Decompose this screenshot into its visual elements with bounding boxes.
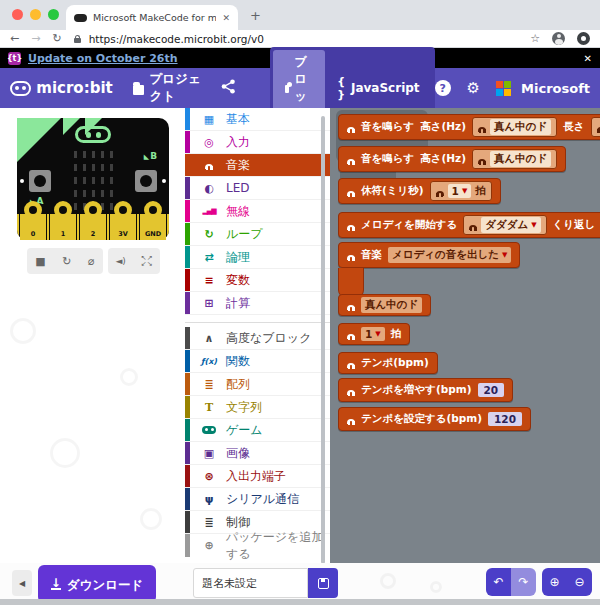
pin-2[interactable]: 2 <box>80 214 106 240</box>
stop-icon[interactable]: ■ <box>35 255 45 268</box>
block-tempo[interactable]: テンポ(bpm) <box>338 352 438 374</box>
toolbox-category-loops[interactable]: ↻ ループ <box>185 223 330 246</box>
block-rest[interactable]: 休符(ミリ秒) 1▼ 拍 <box>338 178 501 204</box>
toolbox-category-text[interactable]: T 文字列 <box>185 396 330 419</box>
new-tab-button[interactable]: + <box>250 8 261 23</box>
background-doodle <box>10 318 36 344</box>
block-note-shadow[interactable]: 真ん中のド <box>472 149 557 169</box>
block-change-tempo[interactable]: テンポを増やす(bpm) 20 <box>338 378 513 402</box>
projects-button[interactable]: プロジェクト <box>150 71 205 105</box>
toolbox-category-images[interactable]: ▣ 画像 <box>185 442 330 465</box>
zoom-in-button[interactable]: ⊕ <box>542 568 567 596</box>
microbit-logo-icon[interactable] <box>10 81 31 96</box>
browser-tab[interactable]: Microsoft MakeCode for micro ✕ <box>66 5 238 30</box>
toolbox-category-functions[interactable]: ƒ(x) 関数 <box>185 350 330 373</box>
editor-main: A B 0 1 2 3V GND ■ ↻ ⌀ ◄) ↖↗↙↘ ▦ <box>0 108 600 563</box>
notification-close-icon[interactable]: ✕ <box>584 53 592 64</box>
tempo-number-input[interactable]: 120 <box>488 412 522 426</box>
project-name-input[interactable] <box>193 568 308 598</box>
button-a[interactable] <box>29 170 51 192</box>
beat-dropdown[interactable]: 1▼ <box>361 327 385 341</box>
collapse-simulator-button[interactable]: ◀ <box>12 570 32 596</box>
slow-motion-icon[interactable]: ⌀ <box>88 255 95 268</box>
toolbox-category-advanced[interactable]: ∧ 高度なブロック <box>185 327 330 350</box>
melody-dropdown[interactable]: ダダダム▼ <box>481 217 540 233</box>
block-start-melody[interactable]: メロディを開始する ダダダム▼ くり返し 一度だけ▼ <box>338 212 600 238</box>
toolbox-scrollbar[interactable] <box>321 116 325 564</box>
toolbox-category-logic[interactable]: ⇄ 論理 <box>185 246 330 269</box>
simulator-panel: A B 0 1 2 3V GND ■ ↻ ⌀ ◄) ↖↗↙↘ <box>0 108 185 563</box>
pin-1[interactable]: 1 <box>50 214 76 240</box>
beat-dropdown[interactable]: 1▼ <box>448 184 472 198</box>
block-note-value[interactable]: 真ん中のド <box>338 294 431 316</box>
music-event-dropdown[interactable]: メロディの音を出した▼ <box>388 247 511 263</box>
block-melody-shadow[interactable]: ダダダム▼ <box>463 215 546 235</box>
minimize-window-button[interactable] <box>30 9 41 20</box>
toolbox-category-led[interactable]: ◐ LED <box>185 177 330 200</box>
background-doodle <box>380 573 396 589</box>
block-beat-shadow[interactable]: 1▼ 拍 <box>430 181 492 201</box>
bookmark-star-icon[interactable]: ☆ <box>530 32 540 45</box>
block-set-tempo[interactable]: テンポを設定する(bpm) 120 <box>338 407 531 431</box>
block-play-tone[interactable]: 音を鳴らす 高さ(Hz) 真ん中のド 長さ 1▼ 拍 <box>338 114 600 140</box>
profile-avatar-icon[interactable] <box>552 32 565 45</box>
tempo-number-input[interactable]: 20 <box>478 383 505 397</box>
block-ring-tone[interactable]: 音を鳴らす 高さ(Hz) 真ん中のド <box>338 146 566 172</box>
loop-icon: ↻ <box>201 228 217 241</box>
note-dropdown[interactable]: 真ん中のド <box>490 119 551 135</box>
toolbox-category-radio[interactable]: ▂▄▆ 無線 <box>185 200 330 223</box>
save-floppy-icon <box>318 578 329 589</box>
pin-3v[interactable]: 3V <box>110 214 136 240</box>
download-button[interactable]: ↓ ダウンロード <box>38 565 156 603</box>
microsoft-logo-icon[interactable] <box>496 81 511 96</box>
fullscreen-icon[interactable]: ↖↗↙↘ <box>141 255 153 267</box>
block-note-shadow[interactable]: 真ん中のド <box>472 117 557 137</box>
button-b[interactable] <box>135 170 157 192</box>
maximize-window-button[interactable] <box>48 9 59 20</box>
music-icon <box>201 159 217 172</box>
add-package-button[interactable]: ⊕ パッケージを追加する <box>185 534 330 557</box>
toolbox-category-math[interactable]: ⊞ 計算 <box>185 292 330 315</box>
microbit-favicon <box>74 14 87 22</box>
toolbox-category-input[interactable]: ◎ 入力 <box>185 131 330 154</box>
block-beat-shadow[interactable]: 1▼ 拍 <box>591 117 600 137</box>
gear-icon[interactable]: ⚙ <box>467 79 480 97</box>
toolbox-category-pins[interactable]: ⊛ 入出力端子 <box>185 465 330 488</box>
toolbox-category-serial[interactable]: ψ シリアル通信 <box>185 488 330 511</box>
makecode-logo-icon: {t} <box>8 52 21 65</box>
toolbox-category-arrays[interactable]: ≣ 配列 <box>185 373 330 396</box>
app-header: micro:bit プロジェクト ブロック { } JavaScript ? ⚙… <box>0 68 600 108</box>
restart-icon[interactable]: ↻ <box>62 255 71 268</box>
tab-close-icon[interactable]: ✕ <box>222 13 230 23</box>
close-window-button[interactable] <box>12 9 23 20</box>
toolbox-category-basic[interactable]: ▦ 基本 <box>185 108 330 131</box>
add-package-icon: ⊕ <box>201 539 217 552</box>
forward-icon[interactable]: → <box>31 32 40 45</box>
control-icon: ≣ <box>201 516 217 529</box>
browser-menu-icon[interactable] <box>577 32 590 45</box>
redo-button[interactable]: ↷ <box>511 568 536 596</box>
reload-icon[interactable]: ↻ <box>52 32 61 45</box>
note-dropdown[interactable]: 真ん中のド <box>361 297 422 313</box>
block-beat-value[interactable]: 1▼ 拍 <box>338 323 410 345</box>
block-on-music-event[interactable]: 音楽 メロディの音を出した▼ <box>338 242 520 268</box>
board-logo[interactable] <box>75 126 111 143</box>
toolbox-category-game[interactable]: ゲーム <box>185 419 330 442</box>
toolbox-category-music[interactable]: 音楽 <box>185 154 330 177</box>
update-link[interactable]: Update on October 26th <box>28 52 178 65</box>
volume-icon[interactable]: ◄) <box>115 256 125 266</box>
back-icon[interactable]: ← <box>10 32 19 45</box>
zoom-out-button[interactable]: ⊖ <box>567 568 592 596</box>
microbit-brand[interactable]: micro:bit <box>36 79 112 97</box>
microbit-board[interactable]: A B 0 1 2 3V GND <box>17 118 169 240</box>
led-grid[interactable] <box>74 151 114 197</box>
share-icon[interactable] <box>221 79 236 98</box>
toolbox-category-variables[interactable]: ≡ 変数 <box>185 269 330 292</box>
pin-gnd[interactable]: GND <box>140 214 166 240</box>
help-button[interactable]: ? <box>435 80 451 96</box>
url-text[interactable]: https://makecode.microbit.org/v0 <box>89 33 518 45</box>
pin-0[interactable]: 0 <box>20 214 46 240</box>
note-dropdown[interactable]: 真ん中のド <box>490 151 551 167</box>
save-button[interactable] <box>308 568 338 598</box>
undo-button[interactable]: ↶ <box>486 568 511 596</box>
